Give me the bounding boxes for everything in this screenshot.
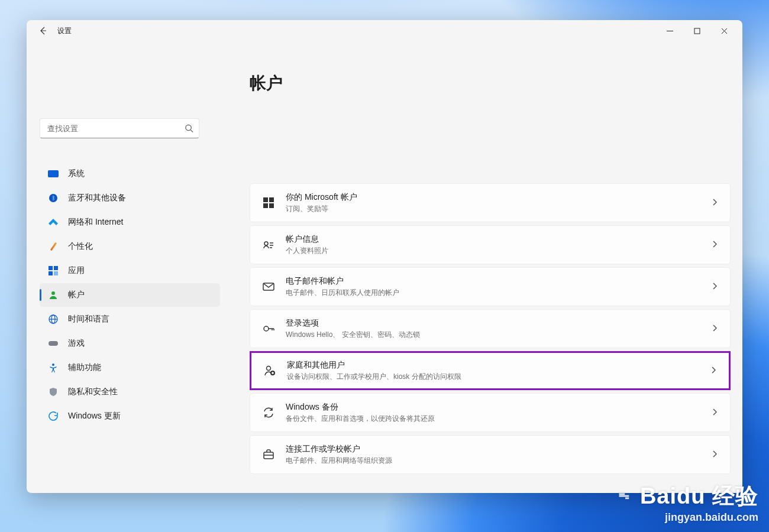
window-body: 系统 ᛒ 蓝牙和其他设备 网络和 Internet 个性化 — [27, 41, 742, 493]
window-title: 设置 — [57, 26, 72, 36]
card-texts: 帐户信息 个人资料照片 — [286, 234, 328, 256]
sidebar-item-bluetooth[interactable]: ᛒ 蓝牙和其他设备 — [40, 186, 220, 210]
card-title: 你的 Microsoft 帐户 — [286, 192, 357, 203]
card-texts: Windows 备份 备份文件、应用和首选项，以便跨设备将其还原 — [286, 402, 435, 424]
card-texts: 登录选项 Windows Hello、 安全密钥、密码、动态锁 — [286, 318, 420, 340]
card-title: 登录选项 — [286, 318, 420, 329]
card-desc: 个人资料照片 — [286, 246, 328, 256]
card-family-users[interactable]: 家庭和其他用户 设备访问权限、工作或学校用户、kiosk 分配的访问权限 — [250, 351, 731, 390]
card-desc: 设备访问权限、工作或学校用户、kiosk 分配的访问权限 — [287, 372, 461, 382]
gamepad-icon — [48, 338, 59, 349]
svg-rect-2 — [49, 266, 53, 270]
cards-list: 你的 Microsoft 帐户 订阅、奖励等 帐户信息 个人资料照片 — [250, 183, 731, 474]
search-wrap — [40, 118, 199, 138]
sidebar-item-windows-update[interactable]: Windows 更新 — [40, 404, 220, 428]
shield-icon — [48, 387, 59, 397]
close-button[interactable] — [710, 21, 738, 40]
chevron-right-icon — [711, 323, 718, 334]
card-signin-options[interactable]: 登录选项 Windows Hello、 安全密钥、密码、动态锁 — [250, 309, 731, 348]
briefcase-icon — [262, 448, 275, 461]
svg-rect-5 — [54, 271, 58, 275]
back-button[interactable] — [37, 25, 49, 37]
card-ms-account[interactable]: 你的 Microsoft 帐户 订阅、奖励等 — [250, 183, 731, 222]
bluetooth-icon: ᛒ — [48, 193, 59, 203]
titlebar-left: 设置 — [31, 25, 72, 37]
settings-window: 设置 系统 — [27, 20, 742, 493]
close-icon — [721, 28, 728, 34]
maximize-icon — [694, 28, 700, 34]
card-desc: 电子邮件、日历和联系人使用的帐户 — [286, 288, 399, 298]
chevron-right-icon — [711, 239, 718, 250]
search-input[interactable] — [40, 118, 199, 138]
sidebar-item-apps[interactable]: 应用 — [40, 259, 220, 283]
svg-rect-3 — [54, 266, 58, 270]
svg-rect-12 — [269, 197, 274, 202]
svg-rect-13 — [263, 203, 268, 208]
svg-point-15 — [264, 242, 268, 245]
accessibility-icon — [48, 362, 59, 373]
sidebar-item-label: 隐私和安全性 — [68, 387, 118, 397]
sidebar-item-label: 游戏 — [68, 338, 85, 349]
sidebar-item-gaming[interactable]: 游戏 — [40, 332, 220, 355]
sidebar-item-accessibility[interactable]: 辅助功能 — [40, 356, 220, 379]
svg-point-1 — [186, 125, 191, 130]
sidebar-item-personalization[interactable]: 个性化 — [40, 235, 220, 258]
svg-point-10 — [52, 364, 54, 366]
card-texts: 连接工作或学校帐户 电子邮件、应用和网络等组织资源 — [286, 444, 392, 466]
sidebar-item-network[interactable]: 网络和 Internet — [40, 210, 220, 234]
sidebar-item-privacy[interactable]: 隐私和安全性 — [40, 380, 220, 404]
card-texts: 家庭和其他用户 设备访问权限、工作或学校用户、kiosk 分配的访问权限 — [287, 360, 461, 382]
card-desc: 订阅、奖励等 — [286, 204, 357, 214]
chevron-right-icon — [711, 449, 718, 460]
card-texts: 电子邮件和帐户 电子邮件、日历和联系人使用的帐户 — [286, 276, 399, 298]
sync-icon — [262, 406, 275, 419]
card-desc: Windows Hello、 安全密钥、密码、动态锁 — [286, 330, 420, 340]
id-card-icon — [262, 238, 275, 251]
sidebar-item-time-language[interactable]: 时间和语言 — [40, 307, 220, 331]
chevron-right-icon — [711, 197, 718, 208]
card-desc: 电子邮件、应用和网络等组织资源 — [286, 456, 392, 466]
arrow-left-icon — [38, 26, 48, 35]
sidebar-item-label: 辅助功能 — [68, 362, 101, 373]
card-backup[interactable]: Windows 备份 备份文件、应用和首选项，以便跨设备将其还原 — [250, 393, 731, 432]
sidebar-item-label: 系统 — [68, 168, 85, 179]
card-title: 帐户信息 — [286, 234, 328, 245]
titlebar: 设置 — [27, 20, 742, 41]
card-account-info[interactable]: 帐户信息 个人资料照片 — [250, 225, 731, 264]
card-title: 连接工作或学校帐户 — [286, 444, 392, 455]
card-email-accounts[interactable]: 电子邮件和帐户 电子邮件、日历和联系人使用的帐户 — [250, 267, 731, 306]
content: 帐户 你的 Microsoft 帐户 订阅、奖励等 — [220, 41, 731, 481]
sidebar-item-accounts[interactable]: 帐户 — [40, 283, 220, 307]
svg-rect-9 — [49, 341, 58, 346]
card-work-school[interactable]: 连接工作或学校帐户 电子邮件、应用和网络等组织资源 — [250, 435, 731, 474]
microsoft-logo-icon — [262, 196, 275, 209]
sidebar-item-system[interactable]: 系统 — [40, 162, 220, 186]
wifi-icon — [48, 217, 59, 228]
globe-icon — [48, 314, 59, 325]
card-title: Windows 备份 — [286, 402, 435, 413]
svg-point-6 — [51, 291, 55, 295]
chevron-right-icon — [710, 365, 717, 376]
card-title: 家庭和其他用户 — [287, 360, 461, 371]
sidebar-item-label: 时间和语言 — [68, 314, 109, 325]
sidebar-item-label: Windows 更新 — [68, 411, 121, 421]
minimize-button[interactable] — [656, 21, 683, 40]
card-desc: 备份文件、应用和首选项，以便跨设备将其还原 — [286, 414, 435, 424]
mail-icon — [262, 280, 275, 293]
update-icon — [48, 411, 59, 421]
maximize-button[interactable] — [683, 21, 710, 40]
system-icon — [48, 168, 59, 179]
sidebar-item-label: 网络和 Internet — [68, 217, 123, 228]
sidebar-item-label: 个性化 — [68, 241, 93, 252]
card-title: 电子邮件和帐户 — [286, 276, 399, 287]
sidebar-item-label: 蓝牙和其他设备 — [68, 193, 126, 203]
svg-rect-14 — [269, 203, 274, 208]
svg-point-18 — [267, 366, 271, 371]
card-texts: 你的 Microsoft 帐户 订阅、奖励等 — [286, 192, 357, 214]
watermark-url: jingyan.baidu.com — [618, 511, 758, 524]
chevron-right-icon — [711, 281, 718, 292]
search-icon — [185, 124, 193, 133]
minimize-icon — [667, 28, 673, 34]
page-title: 帐户 — [250, 72, 731, 95]
brush-icon — [48, 241, 59, 252]
